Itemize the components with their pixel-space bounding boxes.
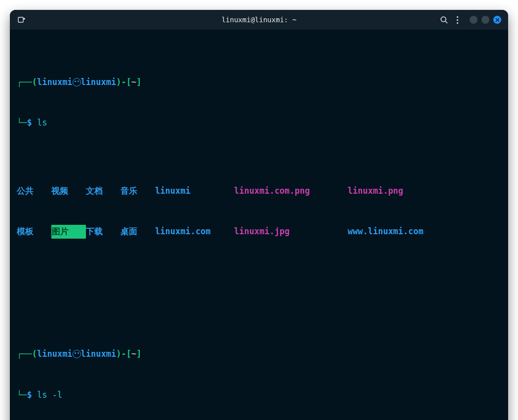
dir-name: 模板 (17, 225, 51, 239)
prompt-line: ┌──(linuxmilinuxmi)-[~] (17, 347, 501, 361)
dir-name: linuxmi.com (155, 225, 234, 239)
file-name: linuxmi.jpg (234, 225, 348, 239)
dir-name: 桌面 (120, 225, 155, 239)
dir-name: 下载 (86, 225, 120, 239)
dir-name: 文档 (86, 184, 120, 198)
file-name: linuxmi.com.png (234, 184, 348, 198)
svg-rect-0 (18, 17, 23, 22)
svg-point-7 (457, 22, 458, 23)
ls-output-row: 公共 视频 文档 音乐 linuxmi linuxmi.com.png linu… (17, 184, 501, 198)
command-line: └─$ ls -l (17, 388, 501, 402)
dir-name: 公共 (17, 184, 51, 198)
skull-icon (73, 350, 81, 358)
new-tab-icon[interactable] (17, 15, 26, 24)
command-line: └─$ ls (17, 116, 501, 130)
titlebar[interactable]: linuxmi@linuxmi: ~ (10, 10, 508, 30)
svg-point-5 (457, 16, 458, 17)
svg-point-6 (457, 19, 458, 20)
dir-name: 图片 (51, 225, 86, 239)
dir-name: linuxmi (155, 184, 234, 198)
window-controls (470, 16, 501, 24)
window-title: linuxmi@linuxmi: ~ (10, 16, 508, 24)
svg-line-4 (445, 21, 447, 23)
minimize-button[interactable] (470, 16, 478, 24)
ls-output-row: 模板 图片 下载 桌面 linuxmi.com linuxmi.jpg www.… (17, 225, 501, 239)
maximize-button[interactable] (481, 16, 489, 24)
search-icon[interactable] (440, 16, 448, 24)
file-name: linuxmi.png (348, 184, 446, 198)
skull-icon (73, 78, 81, 86)
menu-icon[interactable] (456, 16, 459, 24)
close-button[interactable] (493, 16, 501, 24)
dir-name: www.linuxmi.com (348, 225, 446, 239)
dir-name: 视频 (51, 184, 86, 198)
dir-name: 音乐 (120, 184, 155, 198)
svg-point-3 (441, 17, 446, 22)
terminal-body[interactable]: ┌──(linuxmilinuxmi)-[~] └─$ ls 公共 视频 文档 … (10, 30, 508, 420)
prompt-line: ┌──(linuxmilinuxmi)-[~] (17, 76, 501, 89)
terminal-window: linuxmi@linuxmi: ~ ┌──(linuxmilinuxmi)-[… (10, 10, 508, 420)
